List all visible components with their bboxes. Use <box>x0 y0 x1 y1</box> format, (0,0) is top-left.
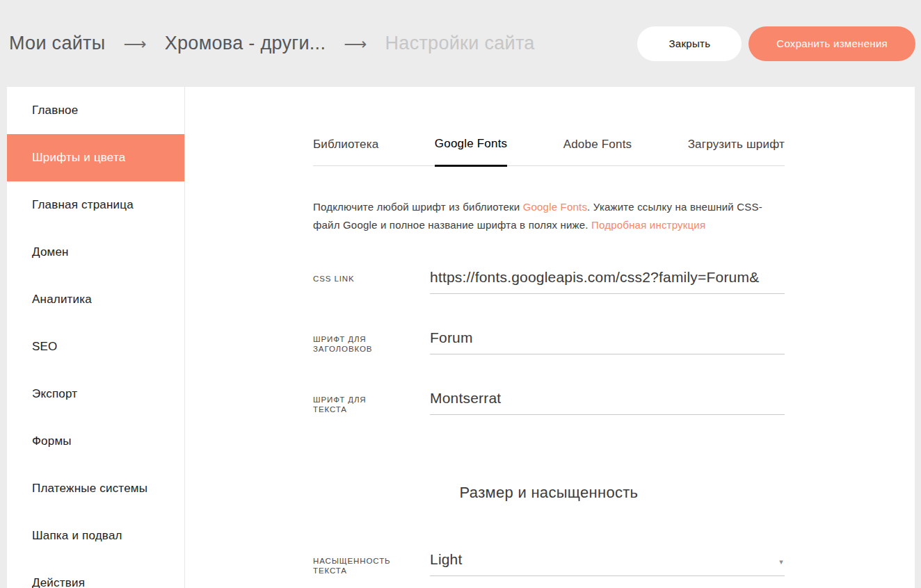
settings-panel: Главное Шрифты и цвета Главная страница … <box>7 87 915 588</box>
text-weight-label: НАСЫЩЕННОСТЬ ТЕКСТА <box>313 551 430 576</box>
google-fonts-description: Подключите любой шрифт из библиотеки Goo… <box>313 198 774 234</box>
sidebar-item-fonts-colors[interactable]: Шрифты и цвета <box>7 134 184 181</box>
tab-google-fonts[interactable]: Google Fonts <box>435 137 507 167</box>
css-link-input[interactable]: https://fonts.googleapis.com/css2?family… <box>430 269 785 294</box>
sidebar-item-payment-systems[interactable]: Платежные системы <box>7 465 184 512</box>
arrow-right-icon: ⟶ <box>344 33 367 54</box>
font-source-tabs: Библиотека Google Fonts Adobe Fonts Загр… <box>313 137 785 166</box>
sidebar-item-actions[interactable]: Действия <box>7 560 184 588</box>
sidebar-item-domain[interactable]: Домен <box>7 229 184 276</box>
sidebar-item-header-footer[interactable]: Шапка и подвал <box>7 512 184 560</box>
close-button[interactable]: Закрыть <box>637 26 742 61</box>
breadcrumb-my-sites[interactable]: Мои сайты <box>9 33 105 54</box>
chevron-down-icon[interactable]: ▾ <box>779 557 783 566</box>
sidebar-item-homepage[interactable]: Главная страница <box>7 181 184 229</box>
text-font-label: ШРИФТ ДЛЯ ТЕКСТА <box>313 390 430 415</box>
text-weight-select[interactable]: Light ▾ <box>430 551 785 576</box>
top-bar: Мои сайты ⟶ Хромова - други... ⟶ Настрой… <box>0 0 921 87</box>
tab-adobe-fonts[interactable]: Adobe Fonts <box>563 138 632 165</box>
text-weight-value: Light <box>430 551 463 567</box>
topbar-actions: Закрыть Сохранить изменения <box>637 26 915 61</box>
breadcrumb-site-settings: Настройки сайта <box>385 33 535 54</box>
settings-content: Библиотека Google Fonts Adobe Fonts Загр… <box>185 87 915 588</box>
google-fonts-link[interactable]: Google Fonts <box>523 201 587 213</box>
breadcrumb: Мои сайты ⟶ Хромова - други... ⟶ Настрой… <box>9 33 535 54</box>
arrow-right-icon: ⟶ <box>123 33 146 54</box>
section-title-size-weight: Размер и насыщенность <box>313 484 785 502</box>
css-link-field: CSS LINK https://fonts.googleapis.com/cs… <box>313 269 785 294</box>
settings-sidebar: Главное Шрифты и цвета Главная страница … <box>7 87 185 588</box>
sidebar-item-seo[interactable]: SEO <box>7 323 184 370</box>
text-weight-field: НАСЫЩЕННОСТЬ ТЕКСТА Light ▾ <box>313 551 785 576</box>
sidebar-item-export[interactable]: Экспорт <box>7 370 184 418</box>
tab-library[interactable]: Библиотека <box>313 138 378 165</box>
description-text: Подключите любой шрифт из библиотеки <box>313 201 523 213</box>
instruction-link[interactable]: Подробная инструкция <box>591 219 705 231</box>
text-font-field: ШРИФТ ДЛЯ ТЕКСТА Montserrat <box>313 390 785 415</box>
sidebar-item-forms[interactable]: Формы <box>7 418 184 465</box>
text-font-input[interactable]: Montserrat <box>430 390 785 415</box>
save-changes-button[interactable]: Сохранить изменения <box>748 26 915 61</box>
tab-upload-font[interactable]: Загрузить шрифт <box>688 138 785 165</box>
heading-font-field: ШРИФТ ДЛЯ ЗАГОЛОВКОВ Forum <box>313 329 785 354</box>
sidebar-item-main[interactable]: Главное <box>7 87 184 134</box>
breadcrumb-site-name[interactable]: Хромова - други... <box>165 33 326 54</box>
sidebar-item-analytics[interactable]: Аналитика <box>7 276 184 323</box>
heading-font-input[interactable]: Forum <box>430 329 785 354</box>
css-link-label: CSS LINK <box>313 269 430 294</box>
heading-font-label: ШРИФТ ДЛЯ ЗАГОЛОВКОВ <box>313 329 430 354</box>
